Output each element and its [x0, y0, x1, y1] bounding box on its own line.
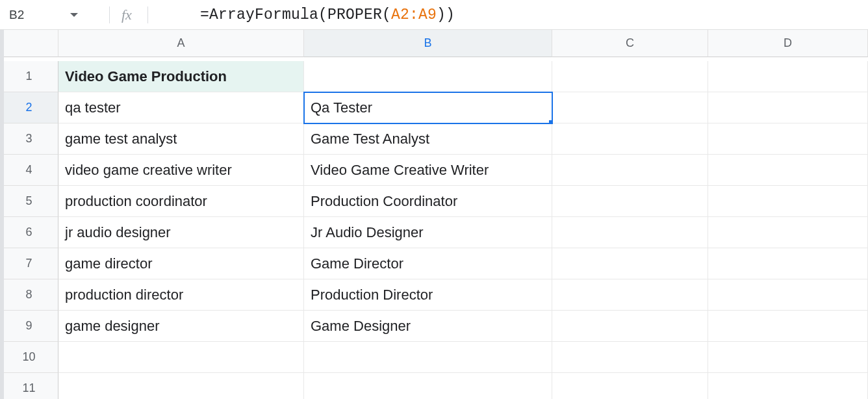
formula-range: A2:A9 — [391, 6, 437, 23]
row-header-10[interactable]: 10 — [0, 342, 58, 373]
row-header-8[interactable]: 8 — [0, 279, 58, 311]
cell-A8[interactable]: production director — [58, 279, 304, 311]
cell-B5[interactable]: Production Coordinator — [304, 186, 552, 217]
cell-B1[interactable] — [304, 61, 552, 92]
name-box[interactable]: B2 — [0, 0, 84, 29]
fx-icon: fx — [121, 6, 132, 23]
divider — [147, 6, 148, 23]
row-header-2[interactable]: 2 — [0, 92, 58, 123]
cell-B3[interactable]: Game Test Analyst — [304, 123, 552, 155]
column-header-C[interactable]: C — [552, 30, 708, 57]
formula-part: ) — [446, 6, 455, 23]
cell-D10[interactable] — [708, 342, 868, 373]
cell-C5[interactable] — [552, 186, 708, 217]
name-box-dropdown-icon[interactable] — [70, 13, 78, 17]
cell-A10[interactable] — [58, 342, 304, 373]
cell-D4[interactable] — [708, 155, 868, 186]
cell-C7[interactable] — [552, 248, 708, 279]
row-header-3[interactable]: 3 — [0, 123, 58, 155]
cell-A2[interactable]: qa tester — [58, 92, 304, 123]
cell-A11[interactable] — [58, 373, 304, 399]
cell-D3[interactable] — [708, 123, 868, 155]
cell-B8[interactable]: Production Director — [304, 279, 552, 311]
formula-part: ) — [437, 6, 446, 23]
formula-part: = — [200, 6, 209, 23]
spreadsheet-grid: A B C D 1 Video Game Production 2 qa tes… — [0, 30, 868, 399]
cell-A1[interactable]: Video Game Production — [58, 61, 304, 92]
formula-part: ( — [318, 6, 327, 23]
cell-C3[interactable] — [552, 123, 708, 155]
column-header-B[interactable]: B — [304, 30, 552, 57]
cell-A9[interactable]: game designer — [58, 311, 304, 342]
cell-C11[interactable] — [552, 373, 708, 399]
left-gutter — [0, 30, 4, 399]
row-header-7[interactable]: 7 — [0, 248, 58, 279]
select-all-corner[interactable] — [0, 30, 58, 57]
cell-B10[interactable] — [304, 342, 552, 373]
cell-C9[interactable] — [552, 311, 708, 342]
cell-A3[interactable]: game test analyst — [58, 123, 304, 155]
cell-A6[interactable]: jr audio designer — [58, 217, 304, 248]
cell-C1[interactable] — [552, 61, 708, 92]
row-header-4[interactable]: 4 — [0, 155, 58, 186]
cell-D2[interactable] — [708, 92, 868, 123]
column-header-A[interactable]: A — [58, 30, 304, 57]
cell-B11[interactable] — [304, 373, 552, 399]
cell-C4[interactable] — [552, 155, 708, 186]
row-header-6[interactable]: 6 — [0, 217, 58, 248]
formula-part: PROPER — [327, 6, 382, 23]
row-header-5[interactable]: 5 — [0, 186, 58, 217]
cell-D6[interactable] — [708, 217, 868, 248]
row-header-1[interactable]: 1 — [0, 61, 58, 92]
formula-part: ( — [382, 6, 391, 23]
cell-B4[interactable]: Video Game Creative Writer — [304, 155, 552, 186]
divider — [109, 6, 110, 23]
cell-D5[interactable] — [708, 186, 868, 217]
column-header-D[interactable]: D — [708, 30, 868, 57]
cell-D1[interactable] — [708, 61, 868, 92]
cell-B6[interactable]: Jr Audio Designer — [304, 217, 552, 248]
cell-D11[interactable] — [708, 373, 868, 399]
row-header-11[interactable]: 11 — [0, 373, 58, 399]
row-header-9[interactable]: 9 — [0, 311, 58, 342]
cell-B7[interactable]: Game Director — [304, 248, 552, 279]
cell-B9[interactable]: Game Designer — [304, 311, 552, 342]
formula-bar: B2 fx =ArrayFormula(PROPER(A2:A9)) — [0, 0, 868, 30]
cell-B2[interactable]: Qa Tester — [303, 92, 553, 124]
cell-D7[interactable] — [708, 248, 868, 279]
formula-part: ArrayFormula — [209, 6, 318, 23]
cell-C6[interactable] — [552, 217, 708, 248]
cell-A7[interactable]: game director — [58, 248, 304, 279]
cell-C10[interactable] — [552, 342, 708, 373]
cell-D8[interactable] — [708, 279, 868, 311]
cell-C8[interactable] — [552, 279, 708, 311]
cell-A4[interactable]: video game creative writer — [58, 155, 304, 186]
cell-C2[interactable] — [552, 92, 708, 123]
cell-D9[interactable] — [708, 311, 868, 342]
cell-A5[interactable]: production coordinator — [58, 186, 304, 217]
name-box-value: B2 — [9, 8, 24, 22]
